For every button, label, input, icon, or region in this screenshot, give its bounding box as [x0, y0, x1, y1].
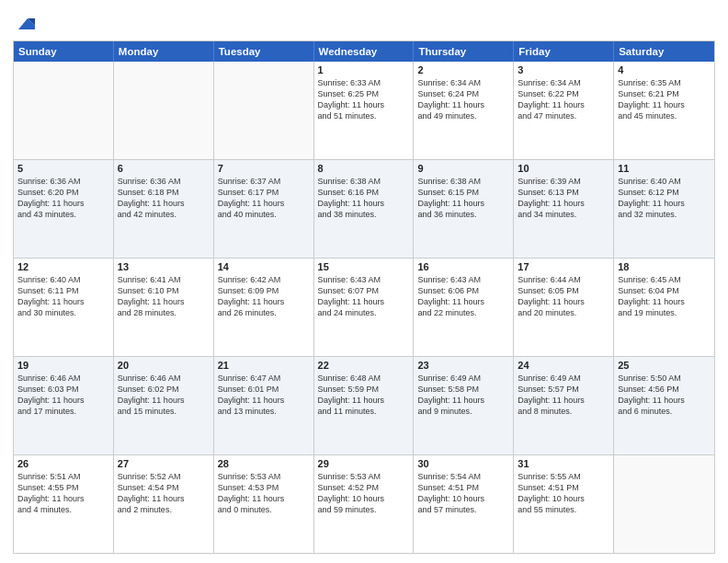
- day-number: 18: [618, 261, 711, 272]
- cell-content: Sunrise: 6:39 AM Sunset: 6:13 PM Dayligh…: [518, 176, 609, 221]
- cell-content: Sunrise: 5:53 AM Sunset: 4:53 PM Dayligh…: [218, 471, 310, 516]
- cell-content: Sunrise: 6:34 AM Sunset: 6:22 PM Dayligh…: [518, 77, 609, 122]
- cell-content: Sunrise: 6:40 AM Sunset: 6:11 PM Dayligh…: [17, 274, 109, 319]
- logo: [13, 13, 37, 35]
- calendar-cell-empty: [114, 62, 214, 159]
- cell-content: Sunrise: 6:44 AM Sunset: 6:05 PM Dayligh…: [518, 274, 609, 319]
- day-number: 4: [618, 64, 711, 75]
- day-number: 30: [417, 458, 509, 469]
- cell-content: Sunrise: 6:36 AM Sunset: 6:20 PM Dayligh…: [17, 176, 109, 221]
- cell-content: Sunrise: 6:43 AM Sunset: 6:06 PM Dayligh…: [417, 274, 509, 319]
- day-number: 11: [618, 163, 711, 174]
- cell-content: Sunrise: 6:48 AM Sunset: 5:59 PM Dayligh…: [318, 373, 410, 418]
- cell-content: Sunrise: 5:55 AM Sunset: 4:51 PM Dayligh…: [518, 471, 609, 516]
- day-number: 8: [318, 163, 410, 174]
- calendar-row: 1Sunrise: 6:33 AM Sunset: 6:25 PM Daylig…: [14, 62, 714, 159]
- cell-content: Sunrise: 6:33 AM Sunset: 6:25 PM Dayligh…: [318, 77, 410, 122]
- calendar-cell-26: 26Sunrise: 5:51 AM Sunset: 4:55 PM Dayli…: [14, 455, 114, 553]
- day-number: 16: [417, 261, 509, 272]
- day-number: 12: [17, 261, 109, 272]
- calendar-cell-empty: [14, 62, 114, 159]
- day-number: 20: [118, 360, 210, 371]
- calendar-cell-22: 22Sunrise: 6:48 AM Sunset: 5:59 PM Dayli…: [314, 357, 415, 454]
- day-number: 19: [17, 360, 109, 371]
- day-number: 10: [518, 163, 609, 174]
- calendar-cell-17: 17Sunrise: 6:44 AM Sunset: 6:05 PM Dayli…: [514, 259, 614, 356]
- calendar-cell-30: 30Sunrise: 5:54 AM Sunset: 4:51 PM Dayli…: [414, 455, 514, 553]
- header-day-saturday: Saturday: [614, 41, 714, 62]
- calendar-cell-13: 13Sunrise: 6:41 AM Sunset: 6:10 PM Dayli…: [114, 259, 214, 356]
- cell-content: Sunrise: 5:54 AM Sunset: 4:51 PM Dayligh…: [417, 471, 509, 516]
- header-day-wednesday: Wednesday: [314, 41, 415, 62]
- calendar: SundayMondayTuesdayWednesdayThursdayFrid…: [13, 40, 715, 554]
- calendar-cell-27: 27Sunrise: 5:52 AM Sunset: 4:54 PM Dayli…: [114, 455, 214, 553]
- cell-content: Sunrise: 6:46 AM Sunset: 6:02 PM Dayligh…: [118, 373, 210, 418]
- cell-content: Sunrise: 6:49 AM Sunset: 5:58 PM Dayligh…: [417, 373, 509, 418]
- calendar-cell-10: 10Sunrise: 6:39 AM Sunset: 6:13 PM Dayli…: [514, 160, 614, 258]
- day-number: 5: [17, 163, 109, 174]
- calendar-cell-empty: [214, 62, 314, 159]
- calendar-row: 12Sunrise: 6:40 AM Sunset: 6:11 PM Dayli…: [14, 258, 714, 356]
- calendar-row: 19Sunrise: 6:46 AM Sunset: 6:03 PM Dayli…: [14, 356, 714, 454]
- day-number: 7: [218, 163, 310, 174]
- day-number: 28: [218, 458, 310, 469]
- calendar-cell-1: 1Sunrise: 6:33 AM Sunset: 6:25 PM Daylig…: [314, 62, 415, 159]
- cell-content: Sunrise: 5:51 AM Sunset: 4:55 PM Dayligh…: [17, 471, 109, 516]
- header-day-sunday: Sunday: [14, 41, 114, 62]
- cell-content: Sunrise: 6:37 AM Sunset: 6:17 PM Dayligh…: [218, 176, 310, 221]
- calendar-cell-3: 3Sunrise: 6:34 AM Sunset: 6:22 PM Daylig…: [514, 62, 614, 159]
- calendar-cell-6: 6Sunrise: 6:36 AM Sunset: 6:18 PM Daylig…: [114, 160, 214, 258]
- day-number: 15: [318, 261, 410, 272]
- header-day-tuesday: Tuesday: [214, 41, 314, 62]
- cell-content: Sunrise: 6:34 AM Sunset: 6:24 PM Dayligh…: [417, 77, 509, 122]
- calendar-cell-5: 5Sunrise: 6:36 AM Sunset: 6:20 PM Daylig…: [14, 160, 114, 258]
- cell-content: Sunrise: 6:43 AM Sunset: 6:07 PM Dayligh…: [318, 274, 410, 319]
- day-number: 29: [318, 458, 410, 469]
- calendar-cell-2: 2Sunrise: 6:34 AM Sunset: 6:24 PM Daylig…: [414, 62, 514, 159]
- calendar-row: 26Sunrise: 5:51 AM Sunset: 4:55 PM Dayli…: [14, 454, 714, 553]
- calendar-cell-11: 11Sunrise: 6:40 AM Sunset: 6:12 PM Dayli…: [614, 160, 714, 258]
- calendar-header: SundayMondayTuesdayWednesdayThursdayFrid…: [14, 41, 714, 62]
- header-day-thursday: Thursday: [414, 41, 514, 62]
- calendar-cell-18: 18Sunrise: 6:45 AM Sunset: 6:04 PM Dayli…: [614, 259, 714, 356]
- calendar-cell-21: 21Sunrise: 6:47 AM Sunset: 6:01 PM Dayli…: [214, 357, 314, 454]
- page-header: [13, 9, 715, 35]
- day-number: 3: [518, 64, 609, 75]
- cell-content: Sunrise: 6:42 AM Sunset: 6:09 PM Dayligh…: [218, 274, 310, 319]
- calendar-cell-28: 28Sunrise: 5:53 AM Sunset: 4:53 PM Dayli…: [214, 455, 314, 553]
- calendar-cell-empty: [614, 455, 714, 553]
- cell-content: Sunrise: 5:50 AM Sunset: 4:56 PM Dayligh…: [618, 373, 711, 418]
- calendar-cell-25: 25Sunrise: 5:50 AM Sunset: 4:56 PM Dayli…: [614, 357, 714, 454]
- cell-content: Sunrise: 6:35 AM Sunset: 6:21 PM Dayligh…: [618, 77, 711, 122]
- calendar-cell-24: 24Sunrise: 6:49 AM Sunset: 5:57 PM Dayli…: [514, 357, 614, 454]
- calendar-cell-9: 9Sunrise: 6:38 AM Sunset: 6:15 PM Daylig…: [414, 160, 514, 258]
- day-number: 14: [218, 261, 310, 272]
- calendar-cell-31: 31Sunrise: 5:55 AM Sunset: 4:51 PM Dayli…: [514, 455, 614, 553]
- cell-content: Sunrise: 6:47 AM Sunset: 6:01 PM Dayligh…: [218, 373, 310, 418]
- calendar-cell-14: 14Sunrise: 6:42 AM Sunset: 6:09 PM Dayli…: [214, 259, 314, 356]
- header-day-monday: Monday: [114, 41, 214, 62]
- calendar-cell-12: 12Sunrise: 6:40 AM Sunset: 6:11 PM Dayli…: [14, 259, 114, 356]
- cell-content: Sunrise: 6:36 AM Sunset: 6:18 PM Dayligh…: [118, 176, 210, 221]
- day-number: 2: [417, 64, 509, 75]
- header-day-friday: Friday: [514, 41, 614, 62]
- cell-content: Sunrise: 5:53 AM Sunset: 4:52 PM Dayligh…: [318, 471, 410, 516]
- day-number: 25: [618, 360, 711, 371]
- calendar-row: 5Sunrise: 6:36 AM Sunset: 6:20 PM Daylig…: [14, 159, 714, 258]
- day-number: 1: [318, 64, 410, 75]
- cell-content: Sunrise: 6:41 AM Sunset: 6:10 PM Dayligh…: [118, 274, 210, 319]
- day-number: 9: [417, 163, 509, 174]
- calendar-cell-4: 4Sunrise: 6:35 AM Sunset: 6:21 PM Daylig…: [614, 62, 714, 159]
- day-number: 31: [518, 458, 609, 469]
- cell-content: Sunrise: 6:38 AM Sunset: 6:16 PM Dayligh…: [318, 176, 410, 221]
- cell-content: Sunrise: 6:38 AM Sunset: 6:15 PM Dayligh…: [417, 176, 509, 221]
- calendar-cell-23: 23Sunrise: 6:49 AM Sunset: 5:58 PM Dayli…: [414, 357, 514, 454]
- calendar-cell-29: 29Sunrise: 5:53 AM Sunset: 4:52 PM Dayli…: [314, 455, 415, 553]
- cell-content: Sunrise: 6:46 AM Sunset: 6:03 PM Dayligh…: [17, 373, 109, 418]
- cell-content: Sunrise: 6:40 AM Sunset: 6:12 PM Dayligh…: [618, 176, 711, 221]
- cell-content: Sunrise: 6:49 AM Sunset: 5:57 PM Dayligh…: [518, 373, 609, 418]
- day-number: 24: [518, 360, 609, 371]
- calendar-cell-16: 16Sunrise: 6:43 AM Sunset: 6:06 PM Dayli…: [414, 259, 514, 356]
- page-container: SundayMondayTuesdayWednesdayThursdayFrid…: [0, 0, 728, 563]
- calendar-cell-8: 8Sunrise: 6:38 AM Sunset: 6:16 PM Daylig…: [314, 160, 415, 258]
